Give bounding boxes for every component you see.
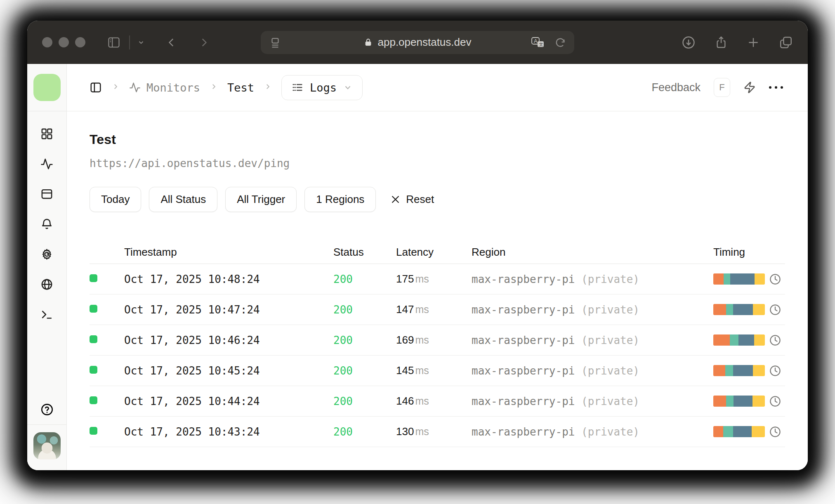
sidebar-item-status-pages[interactable] bbox=[40, 187, 54, 200]
timing-segment bbox=[724, 273, 730, 285]
forward-button[interactable] bbox=[198, 36, 209, 49]
view-selector[interactable]: Logs bbox=[281, 75, 363, 100]
clock-icon[interactable] bbox=[769, 365, 781, 377]
sidebar-item-settings[interactable] bbox=[40, 247, 54, 261]
user-avatar[interactable] bbox=[33, 432, 61, 459]
lock-icon bbox=[364, 38, 373, 47]
sidebar-rail bbox=[27, 64, 67, 470]
timing-bar bbox=[713, 334, 765, 346]
timing-segment bbox=[713, 334, 730, 346]
timing-segment bbox=[713, 396, 726, 407]
log-latency: 145ms bbox=[396, 364, 472, 377]
sidebar-item-domains[interactable] bbox=[40, 278, 54, 291]
sidebar-item-notifications[interactable] bbox=[40, 217, 54, 231]
rail-divider bbox=[27, 424, 66, 425]
page-settings-icon[interactable] bbox=[269, 36, 281, 49]
timing-segment bbox=[713, 304, 726, 315]
reset-filters-button[interactable]: Reset bbox=[390, 193, 434, 206]
log-row[interactable]: Oct 17, 2025 10:47:24 200 147ms max-rasp… bbox=[90, 294, 785, 325]
svg-text:A: A bbox=[534, 38, 538, 44]
sidebar-chevron-icon[interactable] bbox=[137, 39, 145, 46]
filter-bar: Today All Status All Trigger 1 Regions R… bbox=[90, 187, 785, 212]
sidebar-item-monitors[interactable] bbox=[40, 157, 54, 170]
clock-icon[interactable] bbox=[769, 304, 781, 316]
log-region: max-raspberry-pi (private) bbox=[472, 426, 713, 438]
timing-segment bbox=[730, 334, 738, 346]
traffic-lights[interactable] bbox=[42, 37, 85, 47]
timing-bar bbox=[713, 396, 765, 407]
translate-icon[interactable]: A 文 bbox=[531, 36, 545, 49]
svg-text:文: 文 bbox=[539, 42, 543, 47]
close-icon bbox=[390, 194, 401, 205]
page-title: Test bbox=[90, 132, 785, 147]
new-tab-icon[interactable] bbox=[747, 36, 760, 49]
help-icon[interactable] bbox=[40, 403, 54, 416]
timing-segment bbox=[738, 334, 754, 346]
clock-icon[interactable] bbox=[769, 395, 781, 407]
more-options-button[interactable] bbox=[769, 86, 783, 89]
timing-segment bbox=[733, 426, 752, 437]
command-bolt-icon[interactable] bbox=[743, 81, 756, 94]
filter-trigger-button[interactable]: All Trigger bbox=[225, 187, 297, 212]
panel-toggle-icon[interactable] bbox=[90, 81, 102, 94]
log-region: max-raspberry-pi (private) bbox=[472, 304, 713, 316]
back-button[interactable] bbox=[166, 36, 177, 49]
status-ok-dot bbox=[90, 335, 97, 343]
timing-segment bbox=[726, 304, 733, 315]
downloads-icon[interactable] bbox=[682, 35, 696, 49]
status-ok-dot bbox=[90, 274, 97, 282]
sidebar-item-dashboard[interactable] bbox=[40, 127, 54, 140]
log-latency: 147ms bbox=[396, 303, 472, 316]
url-text[interactable]: app.openstatus.dev bbox=[378, 36, 472, 49]
chevron-down-icon bbox=[343, 83, 352, 92]
tab-overview-icon[interactable] bbox=[779, 35, 793, 49]
log-region: max-raspberry-pi (private) bbox=[472, 395, 713, 407]
reload-icon[interactable] bbox=[554, 37, 566, 48]
column-header-timestamp: Timestamp bbox=[124, 246, 333, 259]
share-icon[interactable] bbox=[715, 35, 728, 49]
clock-icon[interactable] bbox=[769, 273, 781, 285]
clock-icon[interactable] bbox=[769, 334, 781, 346]
filter-period-button[interactable]: Today bbox=[90, 187, 141, 212]
timing-segment bbox=[752, 426, 765, 437]
address-bar[interactable]: app.openstatus.dev A 文 bbox=[261, 31, 574, 54]
activity-icon bbox=[129, 82, 141, 93]
column-header-region: Region bbox=[472, 246, 713, 259]
workspace-avatar[interactable] bbox=[33, 74, 61, 101]
clock-icon[interactable] bbox=[769, 426, 781, 438]
filter-status-button[interactable]: All Status bbox=[149, 187, 217, 212]
minimize-window-button[interactable] bbox=[59, 37, 69, 47]
log-timestamp: Oct 17, 2025 10:45:24 bbox=[124, 365, 333, 377]
status-ok-dot bbox=[90, 427, 97, 435]
timing-segment bbox=[734, 396, 752, 407]
feedback-button[interactable]: Feedback bbox=[651, 81, 701, 94]
close-window-button[interactable] bbox=[42, 37, 52, 47]
breadcrumb-chevron-icon bbox=[264, 82, 271, 92]
logs-table: Timestamp Status Latency Region Timing O… bbox=[90, 241, 785, 447]
monitor-endpoint: https://api.openstatus.dev/ping bbox=[90, 157, 785, 170]
log-row[interactable]: Oct 17, 2025 10:46:24 200 169ms max-rasp… bbox=[90, 325, 785, 356]
zoom-window-button[interactable] bbox=[75, 37, 85, 47]
breadcrumb-monitors[interactable]: Monitors bbox=[129, 81, 200, 94]
timing-segment bbox=[730, 273, 755, 285]
filter-regions-button[interactable]: 1 Regions bbox=[304, 187, 376, 212]
timing-bar bbox=[713, 365, 765, 376]
sidebar-item-cli[interactable] bbox=[40, 308, 54, 321]
log-latency: 130ms bbox=[396, 425, 472, 438]
timing-segment bbox=[713, 365, 725, 376]
sidebar-toggle-icon[interactable] bbox=[107, 36, 121, 49]
breadcrumb-chevron-icon bbox=[210, 82, 217, 92]
log-status-code: 200 bbox=[333, 334, 396, 346]
log-row[interactable]: Oct 17, 2025 10:44:24 200 146ms max-rasp… bbox=[90, 386, 785, 417]
log-row[interactable]: Oct 17, 2025 10:48:24 200 175ms max-rasp… bbox=[90, 264, 785, 294]
breadcrumb-monitor-name[interactable]: Test bbox=[227, 81, 254, 94]
log-timestamp: Oct 17, 2025 10:48:24 bbox=[124, 273, 333, 285]
log-latency: 146ms bbox=[396, 395, 472, 407]
log-row[interactable]: Oct 17, 2025 10:43:24 200 130ms max-rasp… bbox=[90, 417, 785, 447]
log-row[interactable]: Oct 17, 2025 10:45:24 200 145ms max-rasp… bbox=[90, 356, 785, 386]
timing-segment bbox=[725, 365, 733, 376]
timing-segment bbox=[754, 334, 765, 346]
view-selector-label: Logs bbox=[310, 81, 337, 94]
timing-bar bbox=[713, 304, 765, 315]
status-ok-dot bbox=[90, 366, 97, 374]
